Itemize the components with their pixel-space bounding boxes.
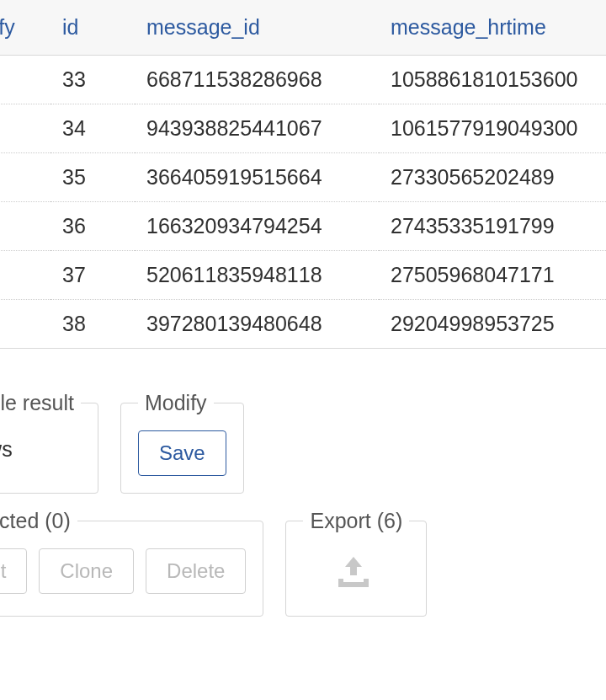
export-legend: Export (6) (303, 509, 409, 533)
cell-message-id: 668711538286968 (135, 56, 379, 104)
table-row[interactable]: edit349439388254410671061577919049300 (0, 104, 606, 153)
cell-message-hrtime: 1058861810153600 (379, 56, 606, 104)
table-row[interactable]: edit3839728013948064829204998953725 (0, 300, 606, 349)
cell-message-hrtime: 27330565202489 (379, 153, 606, 202)
export-fieldset: Export (6) (285, 509, 427, 617)
selected-fieldset: Selected (0) Edit Clone Delete (0, 509, 263, 617)
clone-button[interactable]: Clone (39, 548, 134, 594)
cell-message-id: 943938825441067 (135, 104, 379, 153)
cell-message-id: 520611835948118 (135, 251, 379, 300)
cell-message-hrtime: 1061577919049300 (379, 104, 606, 153)
cell-modify: edit (0, 104, 50, 153)
cell-message-hrtime: 27505968047171 (379, 251, 606, 300)
table-header-row: Modify id message_id message_hrtime (0, 0, 606, 56)
selected-legend: Selected (0) (0, 509, 77, 533)
cell-modify: edit (0, 56, 50, 104)
cell-id: 36 (50, 202, 135, 251)
cell-message-id: 166320934794254 (135, 202, 379, 251)
upload-icon (332, 557, 375, 590)
cell-modify: edit (0, 202, 50, 251)
cell-message-hrtime: 27435335191799 (379, 202, 606, 251)
cell-modify: edit (0, 153, 50, 202)
cell-message-hrtime: 29204998953725 (379, 300, 606, 349)
cell-id: 34 (50, 104, 135, 153)
cell-modify: edit (0, 251, 50, 300)
data-table: Modify id message_id message_hrtime edit… (0, 0, 606, 349)
result-legend: Whole result (0, 391, 81, 415)
result-rowcount: 6 rows (0, 430, 81, 462)
modify-fieldset: Modify Save (120, 391, 244, 494)
col-header-message-hrtime[interactable]: message_hrtime (379, 0, 606, 56)
col-header-id[interactable]: id (50, 0, 135, 56)
cell-id: 37 (50, 251, 135, 300)
table-row[interactable]: edit3536640591951566427330565202489 (0, 153, 606, 202)
modify-legend: Modify (138, 391, 214, 415)
table-row[interactable]: edit3616632093479425427435335191799 (0, 202, 606, 251)
col-header-modify[interactable]: Modify (0, 0, 50, 56)
export-button[interactable] (303, 548, 404, 599)
cell-id: 33 (50, 56, 135, 104)
delete-button[interactable]: Delete (146, 548, 246, 594)
cell-modify: edit (0, 300, 50, 349)
col-header-message-id[interactable]: message_id (135, 0, 379, 56)
cell-message-id: 397280139480648 (135, 300, 379, 349)
result-fieldset: Whole result 6 rows (0, 391, 98, 494)
save-button[interactable]: Save (138, 430, 226, 476)
cell-id: 35 (50, 153, 135, 202)
table-row[interactable]: edit3752061183594811827505968047171 (0, 251, 606, 300)
edit-button[interactable]: Edit (0, 548, 27, 594)
table-row[interactable]: edit336687115382869681058861810153600 (0, 56, 606, 104)
cell-id: 38 (50, 300, 135, 349)
cell-message-id: 366405919515664 (135, 153, 379, 202)
